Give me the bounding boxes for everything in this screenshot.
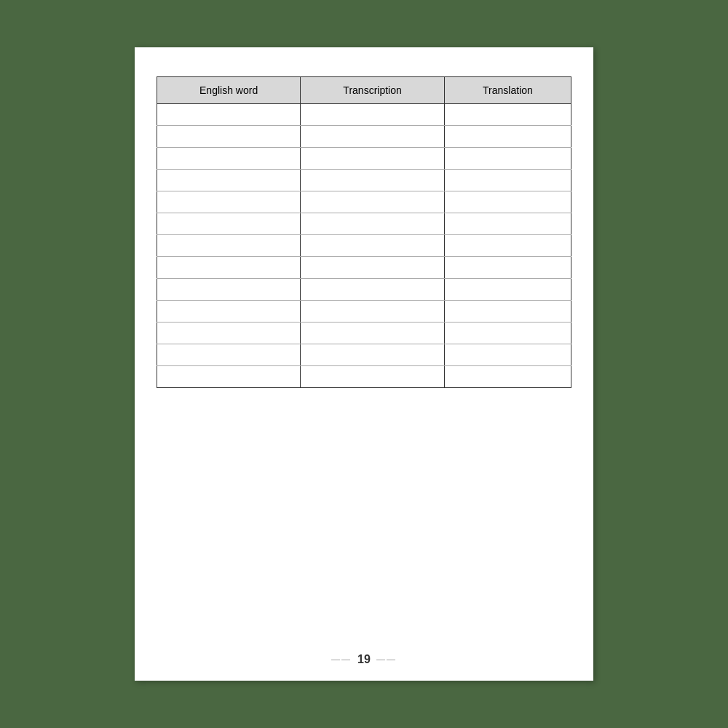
table-cell <box>301 323 445 344</box>
table-cell <box>301 191 445 213</box>
table-cell <box>157 279 301 301</box>
table-cell <box>444 344 571 366</box>
page-footer: —— 19 —— <box>135 653 593 666</box>
table-cell <box>301 213 445 235</box>
table-cell <box>301 235 445 257</box>
table-cell <box>444 126 571 148</box>
table-row <box>157 257 571 279</box>
table-row <box>157 148 571 170</box>
table-cell <box>157 257 301 279</box>
table-cell <box>301 344 445 366</box>
table-cell <box>444 301 571 323</box>
table-cell <box>301 366 445 388</box>
dash-right: —— <box>376 654 397 665</box>
table-cell <box>157 344 301 366</box>
table-cell <box>444 148 571 170</box>
table-cell <box>157 170 301 191</box>
table-cell <box>444 191 571 213</box>
vocabulary-table-container: English word Transcription Translation <box>157 76 571 388</box>
table-cell <box>301 301 445 323</box>
table-cell <box>157 235 301 257</box>
table-cell <box>157 191 301 213</box>
table-row <box>157 170 571 191</box>
table-cell <box>301 104 445 126</box>
table-cell <box>157 323 301 344</box>
table-cell <box>157 104 301 126</box>
col-header-translation: Translation <box>444 77 571 104</box>
table-row <box>157 104 571 126</box>
dash-left: —— <box>331 654 352 665</box>
table-cell <box>301 126 445 148</box>
table-cell <box>444 257 571 279</box>
table-cell <box>444 235 571 257</box>
table-cell <box>157 366 301 388</box>
table-cell <box>157 148 301 170</box>
table-row <box>157 279 571 301</box>
table-row <box>157 301 571 323</box>
table-cell <box>301 148 445 170</box>
vocabulary-table: English word Transcription Translation <box>157 76 571 388</box>
table-cell <box>301 257 445 279</box>
table-row <box>157 366 571 388</box>
table-cell <box>301 279 445 301</box>
table-cell <box>444 170 571 191</box>
col-header-english: English word <box>157 77 301 104</box>
table-cell <box>301 170 445 191</box>
table-cell <box>444 366 571 388</box>
table-row <box>157 344 571 366</box>
table-cell <box>157 301 301 323</box>
table-cell <box>157 213 301 235</box>
page: English word Transcription Translation —… <box>135 47 593 681</box>
table-row <box>157 126 571 148</box>
table-header-row: English word Transcription Translation <box>157 77 571 104</box>
table-row <box>157 235 571 257</box>
table-cell <box>444 323 571 344</box>
table-cell <box>157 126 301 148</box>
table-row <box>157 323 571 344</box>
col-header-transcription: Transcription <box>301 77 445 104</box>
table-cell <box>444 279 571 301</box>
page-number: 19 <box>357 653 371 666</box>
table-cell <box>444 213 571 235</box>
table-row <box>157 213 571 235</box>
table-cell <box>444 104 571 126</box>
table-row <box>157 191 571 213</box>
